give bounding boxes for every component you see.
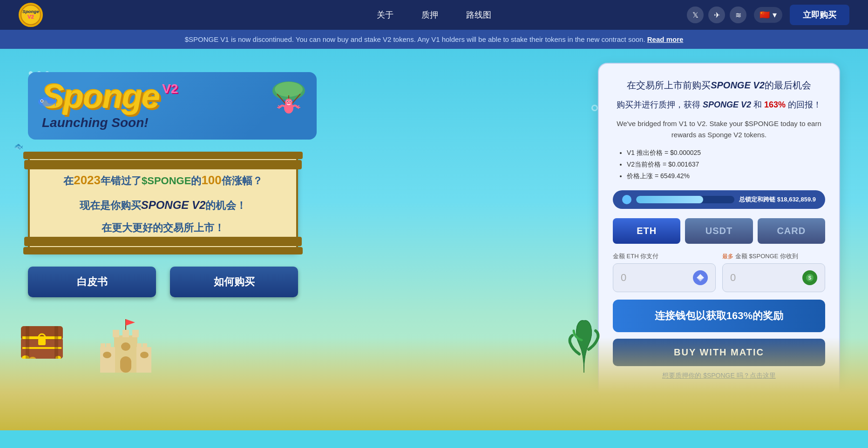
- header-buy-button[interactable]: 立即购买: [790, 5, 849, 25]
- svg-rect-35: [101, 343, 105, 349]
- nav-roadmap[interactable]: 路线图: [466, 9, 491, 20]
- treasure-chest: [19, 321, 65, 361]
- sponge-input-label: 最多 金额 $SPONGE 你收到: [722, 252, 825, 261]
- amount-inputs: 金额 ETH 你支付 0 最多 金额 $SPONGE 你收到: [613, 252, 825, 292]
- parchment-box: 在2023年错过了$SPONGE的100倍涨幅？ 现在是你购买SPONGE V2…: [28, 154, 298, 253]
- parchment-content: 在2023年错过了$SPONGE的100倍涨幅？ 现在是你购买SPONGE V2…: [48, 169, 278, 237]
- logo-main-row: Sponge V2: [42, 81, 178, 112]
- svg-marker-45: [55, 97, 56, 107]
- svg-rect-33: [121, 342, 130, 351]
- v2-badge: V2: [162, 81, 178, 96]
- eth-input-label: 金额 ETH 你支付: [613, 252, 716, 261]
- coral-decoration: [565, 317, 603, 374]
- parchment-line2: 现在是你购买SPONGE V2的机会！: [48, 195, 278, 215]
- card-title: 在交易所上市前购买SPONGE V2的最后机会: [613, 78, 825, 93]
- header: Sponge V2 关于 质押 路线图 𝕏 ✈ ≋ 🇨🇳 ▾ 立即购买: [0, 0, 868, 30]
- logo-area: Sponge V2: [19, 3, 43, 27]
- svg-rect-32: [120, 356, 131, 373]
- bullet-list: V1 推出价格 = $0.000025 V2当前价格 = $0.001637 价…: [613, 147, 825, 182]
- language-selector[interactable]: 🇨🇳 ▾: [754, 7, 782, 23]
- logo-text-group: Sponge V2 Launching Soon!: [42, 81, 178, 130]
- bullet-2: V2当前价格 = $0.001637: [627, 159, 825, 170]
- svg-rect-25: [26, 326, 29, 359]
- sponge-input-group: 最多 金额 $SPONGE 你收到 0 S: [722, 252, 825, 292]
- bullet-1: V1 推出价格 = $0.000025: [627, 147, 825, 159]
- social-icons: 𝕏 ✈ ≋: [687, 7, 746, 23]
- whitepaper-button[interactable]: 白皮书: [28, 267, 156, 297]
- parchment-line1: 在2023年错过了$SPONGE的100倍涨幅？: [48, 169, 278, 191]
- connect-wallet-button[interactable]: 连接钱包以获取163%的奖励: [613, 300, 825, 332]
- telegram-icon[interactable]: ✈: [708, 7, 725, 23]
- sponge-logo-text: Sponge: [42, 81, 159, 112]
- eth-amount-input[interactable]: 0: [613, 263, 716, 292]
- tab-eth[interactable]: ETH: [613, 218, 680, 244]
- svg-point-47: [41, 100, 43, 102]
- discord-icon[interactable]: ≋: [730, 7, 746, 23]
- eth-input-group: 金额 ETH 你支付 0: [613, 252, 716, 292]
- progress-dot: [622, 195, 631, 204]
- svg-rect-40: [103, 352, 111, 358]
- fish-small: 🐟: [14, 142, 23, 151]
- svg-point-13: [290, 101, 291, 102]
- nav-about[interactable]: 关于: [377, 9, 393, 20]
- svg-rect-34: [100, 347, 115, 373]
- svg-text:Sponge: Sponge: [22, 9, 39, 14]
- svg-rect-39: [142, 343, 147, 349]
- svg-rect-36: [106, 343, 111, 349]
- bubble-large: [591, 105, 598, 111]
- nav-stake[interactable]: 质押: [421, 9, 438, 20]
- tab-usdt[interactable]: USDT: [685, 218, 753, 244]
- bullet-3: 价格上涨 = 6549.42%: [627, 170, 825, 182]
- svg-rect-29: [113, 330, 119, 337]
- announcement-banner: $SPONGE V1 is now discontinued. You can …: [0, 30, 868, 49]
- cta-buttons: 白皮书 如何购买: [28, 267, 298, 297]
- banner-read-more[interactable]: Read more: [647, 35, 684, 43]
- payment-tabs: ETH USDT CARD: [613, 218, 825, 244]
- header-right: 𝕏 ✈ ≋ 🇨🇳 ▾ 立即购买: [687, 5, 849, 25]
- launching-soon-text: Launching Soon!: [42, 115, 178, 130]
- main-nav: 关于 质押 路线图: [377, 9, 491, 20]
- svg-rect-30: [122, 330, 129, 337]
- banner-text: $SPONGE V1 is now discontinued. You can …: [185, 35, 645, 43]
- progress-container: 总锁定和跨链 $18,632,859.9: [613, 190, 825, 209]
- svg-marker-43: [126, 319, 135, 326]
- how-to-buy-button[interactable]: 如何购买: [170, 267, 298, 297]
- fish-decoration: [37, 95, 56, 110]
- sponge-value: 0: [730, 272, 736, 284]
- svg-point-44: [38, 97, 55, 107]
- svg-point-4: [275, 82, 303, 97]
- site-logo[interactable]: Sponge V2: [19, 3, 43, 27]
- svg-rect-41: [140, 352, 149, 358]
- main-content: ● ● ● 🐟 Sponge V2 Launching Soon!: [0, 49, 868, 430]
- v2-container: V2: [162, 81, 178, 96]
- svg-rect-26: [54, 326, 58, 359]
- eth-icon: [693, 270, 708, 285]
- parchment-line3: 在更大更好的交易所上市！: [48, 219, 278, 237]
- rod-top: [23, 152, 303, 159]
- sponge-icon: S: [802, 270, 817, 285]
- parachute-decoration: [265, 74, 312, 130]
- lang-flag: 🇨🇳: [760, 10, 770, 20]
- sponge-amount-input[interactable]: 0 S: [722, 263, 825, 292]
- tab-card[interactable]: CARD: [758, 218, 825, 244]
- svg-point-12: [287, 101, 288, 102]
- lang-arrow: ▾: [773, 10, 777, 20]
- svg-rect-37: [136, 347, 151, 373]
- sandcastle: [93, 317, 158, 384]
- rod-bottom: [23, 247, 303, 254]
- card-subtitle: 购买并进行质押，获得 SPONGE V2 和 163% 的回报！: [613, 98, 825, 112]
- svg-rect-31: [132, 330, 139, 337]
- twitter-icon[interactable]: 𝕏: [687, 7, 704, 23]
- hero-logo-section: Sponge V2 Launching Soon!: [28, 72, 317, 140]
- card-desc: We've bridged from V1 to V2. Stake your …: [613, 118, 825, 140]
- eth-value: 0: [621, 272, 626, 284]
- progress-track: [636, 196, 734, 203]
- progress-text: 总锁定和跨链 $18,632,859.9: [739, 195, 816, 204]
- svg-rect-38: [137, 343, 142, 349]
- progress-fill: [636, 196, 703, 203]
- svg-text:S: S: [808, 275, 812, 281]
- svg-text:V2: V2: [27, 14, 34, 20]
